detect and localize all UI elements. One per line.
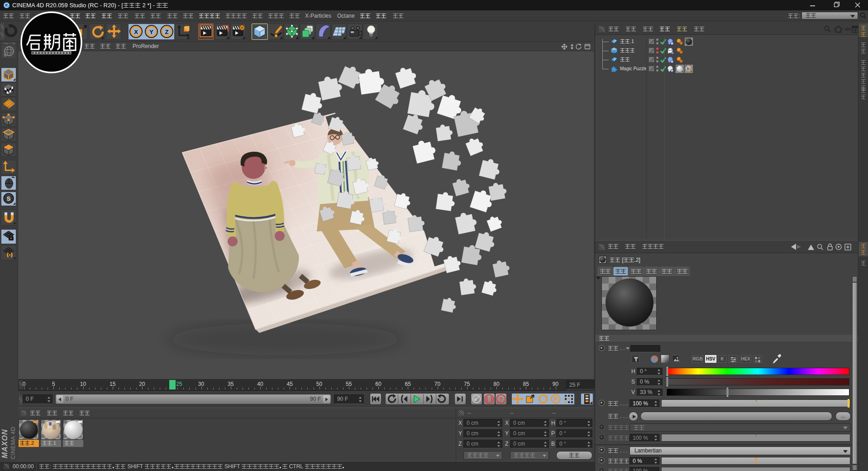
svg-text:X: X: [134, 29, 138, 35]
svg-text:?: ?: [499, 396, 503, 403]
svg-text:S: S: [7, 195, 11, 202]
svg-text:Y: Y: [149, 29, 153, 35]
svg-text:P: P: [554, 396, 558, 403]
svg-text:MAXON: MAXON: [1, 429, 9, 458]
svg-text:Z: Z: [165, 29, 169, 35]
svg-text:CINEMA 4D: CINEMA 4D: [10, 427, 16, 459]
